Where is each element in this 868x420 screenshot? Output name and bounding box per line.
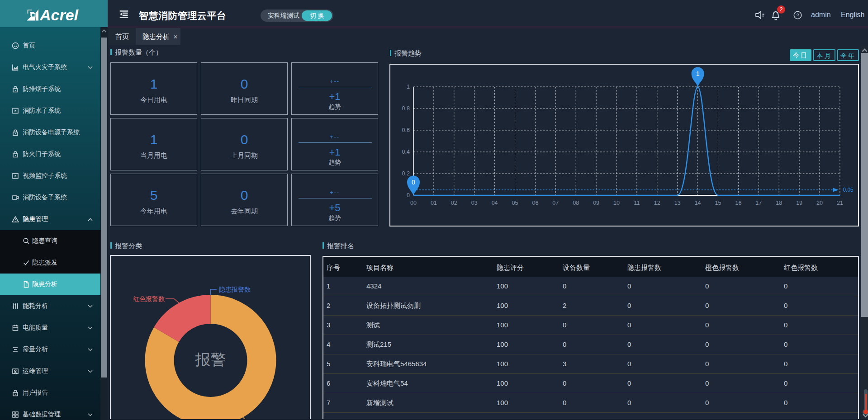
svg-text:Acrel: Acrel	[39, 8, 79, 22]
svg-text:19: 19	[796, 200, 802, 206]
svg-text:01: 01	[431, 200, 437, 206]
svg-text:21: 21	[837, 200, 843, 206]
svg-text:03: 03	[471, 200, 478, 206]
svg-text:05: 05	[512, 200, 518, 206]
svg-text:隐患报警数: 隐患报警数	[219, 286, 251, 293]
svg-text:0.8: 0.8	[402, 105, 410, 112]
svg-text:16: 16	[735, 200, 741, 206]
svg-text:04: 04	[492, 200, 498, 206]
svg-text:14: 14	[695, 200, 701, 206]
svg-text:20: 20	[816, 200, 823, 206]
svg-text:08: 08	[573, 200, 579, 206]
svg-text:11: 11	[634, 200, 640, 206]
svg-text:0.05: 0.05	[843, 187, 854, 193]
svg-text:报警: 报警	[194, 351, 226, 368]
svg-text:1: 1	[407, 84, 410, 90]
svg-text:0.2: 0.2	[402, 170, 410, 177]
svg-text:15: 15	[715, 200, 721, 206]
svg-text:?: ?	[796, 13, 799, 18]
svg-text:18: 18	[776, 200, 782, 206]
svg-text:0: 0	[412, 179, 415, 186]
svg-text:09: 09	[593, 200, 599, 206]
svg-text:0.4: 0.4	[402, 149, 410, 155]
svg-text:红色报警数: 红色报警数	[133, 295, 165, 302]
svg-text:02: 02	[451, 200, 457, 206]
svg-text:13: 13	[674, 200, 681, 206]
svg-text:0.6: 0.6	[402, 127, 410, 133]
svg-text:10: 10	[613, 200, 620, 206]
svg-text:07: 07	[552, 200, 559, 206]
svg-text:12: 12	[654, 200, 660, 206]
svg-text:0: 0	[407, 192, 410, 198]
svg-text:1: 1	[696, 70, 700, 77]
svg-text:17: 17	[755, 200, 762, 206]
svg-text:06: 06	[532, 200, 538, 206]
svg-text:00: 00	[410, 200, 417, 206]
